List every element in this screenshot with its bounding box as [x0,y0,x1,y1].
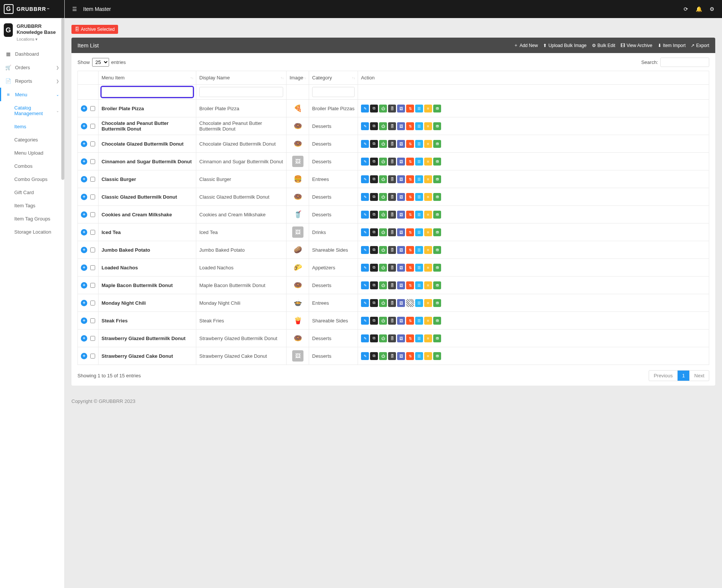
row-checkbox[interactable] [90,230,95,235]
power-icon[interactable]: ⏻ [379,317,387,325]
sort-icon[interactable]: ↑↓ [190,76,194,79]
sidebar-item-orders[interactable]: 🛒 Orders ❯ [0,61,64,74]
sliders-icon[interactable]: ☰ [415,122,423,130]
archive-icon[interactable]: 🗄 [388,228,396,236]
power-icon[interactable]: ⏻ [379,158,387,166]
sort-arrows-icon[interactable]: ⇅ [406,140,414,148]
row-checkbox[interactable] [90,194,95,199]
expand-row-button[interactable]: + [81,123,87,129]
col-image[interactable]: Image [290,75,303,81]
copy-icon[interactable]: ⧉ [370,158,378,166]
power-icon[interactable]: ⏻ [379,105,387,112]
edit-icon[interactable]: ✎ [361,175,369,183]
edit-icon[interactable]: ✎ [361,264,369,272]
power-icon[interactable]: ⏻ [379,211,387,219]
view-archive-button[interactable]: 🎞View Archive [620,42,652,49]
money-icon[interactable]: ⛃ [433,158,441,166]
filter-display-name-input[interactable] [199,87,283,97]
expand-row-button[interactable]: + [81,211,87,218]
sidebar-sub-storage-location[interactable]: Storage Location [0,225,64,239]
sliders-icon[interactable]: ☰ [415,299,423,307]
list-icon[interactable]: ≡ [424,264,432,272]
sort-arrows-icon[interactable]: ⇅ [406,158,414,166]
image-icon[interactable]: 🖼 [397,334,405,342]
list-icon[interactable]: ≡ [424,228,432,236]
image-icon[interactable]: 🖼 [397,317,405,325]
archive-icon[interactable]: 🗄 [388,246,396,254]
copy-icon[interactable]: ⧉ [370,122,378,130]
money-icon[interactable]: ⛃ [433,228,441,236]
power-icon[interactable]: ⏻ [379,334,387,342]
list-icon[interactable]: ≡ [424,299,432,307]
row-checkbox[interactable] [90,354,95,359]
image-icon[interactable]: 🖼 [397,140,405,148]
sort-arrows-icon[interactable]: ⇅ [406,264,414,272]
image-icon[interactable]: 🖼 [397,158,405,166]
sidebar-item-dashboard[interactable]: ▦ Dashboard [0,47,64,61]
sliders-icon[interactable]: ☰ [415,281,423,289]
sliders-icon[interactable]: ☰ [415,264,423,272]
list-icon[interactable]: ≡ [424,334,432,342]
expand-row-button[interactable]: + [81,335,87,342]
image-icon[interactable]: 🖼 [397,299,405,307]
sort-arrows-icon[interactable]: ⇅ [406,317,414,325]
item-import-button[interactable]: ⬇Item Import [658,42,686,49]
edit-icon[interactable]: ✎ [361,246,369,254]
search-input[interactable] [660,58,709,67]
sliders-icon[interactable]: ☰ [415,105,423,112]
money-icon[interactable]: ⛃ [433,246,441,254]
archive-icon[interactable]: 🗄 [388,334,396,342]
copy-icon[interactable]: ⧉ [370,317,378,325]
expand-row-button[interactable]: + [81,158,87,165]
sidebar-sub-combos[interactable]: Combos [0,160,64,173]
list-icon[interactable]: ≡ [424,246,432,254]
edit-icon[interactable]: ✎ [361,228,369,236]
refresh-icon[interactable]: ⟳ [684,6,688,12]
expand-row-button[interactable]: + [81,247,87,253]
hamburger-icon[interactable]: ☰ [72,6,77,12]
edit-icon[interactable]: ✎ [361,105,369,112]
edit-icon[interactable]: ✎ [361,158,369,166]
sidebar-item-reports[interactable]: 📄 Reports ❯ [0,74,64,88]
edit-icon[interactable]: ✎ [361,140,369,148]
money-icon[interactable]: ⛃ [433,264,441,272]
archive-icon[interactable]: 🗄 [388,158,396,166]
power-icon[interactable]: ⏻ [379,246,387,254]
sort-arrows-icon[interactable]: ⇅ [406,281,414,289]
archive-icon[interactable]: 🗄 [388,299,396,307]
edit-icon[interactable]: ✎ [361,122,369,130]
sidebar-scrollbar[interactable] [61,18,64,588]
power-icon[interactable]: ⏻ [379,281,387,289]
copy-icon[interactable]: ⧉ [370,193,378,201]
bulk-edit-button[interactable]: ⚙Bulk Edit [592,42,615,49]
row-checkbox[interactable] [90,177,95,182]
list-icon[interactable]: ≡ [424,193,432,201]
row-checkbox[interactable] [90,212,95,217]
money-icon[interactable]: ⛃ [433,281,441,289]
money-icon[interactable]: ⛃ [433,122,441,130]
money-icon[interactable]: ⛃ [433,211,441,219]
sliders-icon[interactable]: ☰ [415,140,423,148]
sidebar-sub-item-tag-groups[interactable]: Item Tag Groups [0,212,64,225]
edit-icon[interactable]: ✎ [361,193,369,201]
row-checkbox[interactable] [90,336,95,341]
expand-row-button[interactable]: + [81,318,87,324]
list-icon[interactable]: ≡ [424,211,432,219]
money-icon[interactable]: ⛃ [433,352,441,360]
list-icon[interactable]: ≡ [424,140,432,148]
sort-icon[interactable]: ↑↓ [281,76,284,79]
power-icon[interactable]: ⏻ [379,122,387,130]
archive-icon[interactable]: 🗄 [388,193,396,201]
export-button[interactable]: ↗Export [691,42,709,49]
pagination-page-1[interactable]: 1 [677,371,689,381]
copy-icon[interactable]: ⧉ [370,281,378,289]
copy-icon[interactable]: ⧉ [370,140,378,148]
copy-icon[interactable]: ⧉ [370,334,378,342]
sidebar-sub-catalog[interactable]: Catalog Management ⌄ [0,101,64,120]
sort-arrows-icon[interactable]: ⇅ [406,211,414,219]
archive-icon[interactable]: 🗄 [388,140,396,148]
copy-icon[interactable]: ⧉ [370,246,378,254]
power-icon[interactable]: ⏻ [379,228,387,236]
power-icon[interactable]: ⏻ [379,193,387,201]
copy-icon[interactable]: ⧉ [370,211,378,219]
